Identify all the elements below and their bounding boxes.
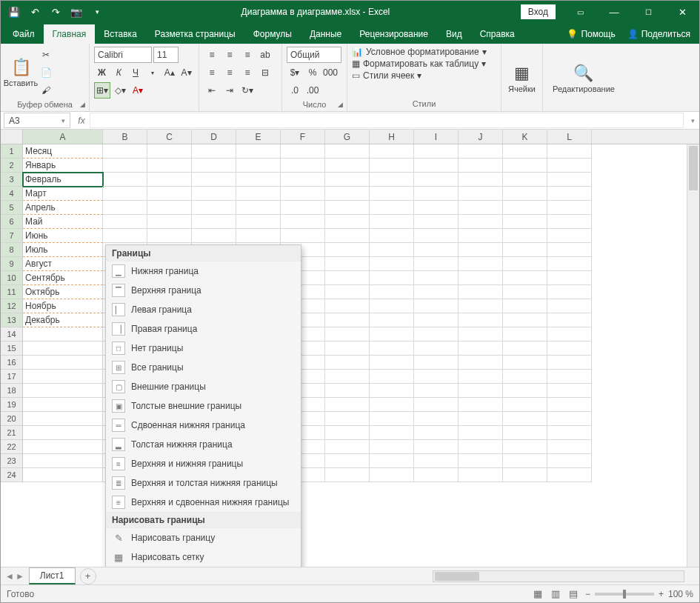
cell[interactable] [459,356,503,370]
cell[interactable] [459,412,503,426]
dd-border-item[interactable]: ▁Нижняя граница [106,261,301,281]
align-center-icon[interactable]: ≡ [221,64,238,81]
cell[interactable] [192,159,236,173]
view-normal-icon[interactable]: ▦ [533,588,542,599]
font-color-icon[interactable]: A▾ [130,82,146,99]
cell[interactable] [414,454,459,468]
col-header-G[interactable]: G [325,130,370,144]
cell[interactable] [325,243,370,257]
cell[interactable] [547,285,592,299]
cell[interactable] [459,370,503,384]
cell[interactable] [503,440,547,454]
name-box[interactable]: A3▾ [4,113,70,128]
cell[interactable] [147,201,192,215]
zoom-in-button[interactable]: + [659,589,664,599]
dd-border-item[interactable]: ⊞Все границы [106,358,301,377]
cell[interactable] [147,229,192,243]
dd-border-item[interactable]: □Нет границы [106,339,301,358]
cell[interactable] [459,187,503,201]
cell[interactable] [459,257,503,271]
col-header-C[interactable]: C [147,130,192,144]
cell[interactable] [325,370,370,384]
row-header[interactable]: 22 [1,440,23,454]
cond-format-button[interactable]: 📊Условное форматирование▾ [352,47,496,57]
col-header-K[interactable]: K [503,130,547,144]
row-header[interactable]: 20 [1,412,23,426]
cell[interactable] [459,384,503,398]
row-header[interactable]: 6 [1,215,23,229]
cell[interactable] [23,356,103,370]
cell[interactable] [414,398,459,412]
share-button[interactable]: 👤Поделиться [621,24,696,44]
col-header-B[interactable]: B [103,130,147,144]
format-painter-icon[interactable]: 🖌 [38,82,54,99]
tab-formulas[interactable]: Формулы [244,24,301,44]
cell[interactable] [414,342,459,356]
cell[interactable] [370,384,414,398]
horizontal-scrollbar[interactable] [433,570,684,582]
cell[interactable] [547,313,592,327]
cell[interactable]: Месяц [23,144,103,159]
cell[interactable] [547,412,592,426]
dd-border-item[interactable]: ▏Левая граница [106,300,301,319]
tab-file[interactable]: Файл [4,24,44,44]
row-header[interactable]: 2 [1,159,23,173]
cell[interactable] [459,243,503,257]
cell[interactable] [414,285,459,299]
cell[interactable] [281,215,325,229]
cell[interactable] [370,313,414,327]
cell[interactable] [147,187,192,201]
redo-icon[interactable]: ↷ [48,4,63,19]
cell[interactable] [503,342,547,356]
cell[interactable] [147,173,192,187]
dd-border-item[interactable]: ▣Толстые внешние границы [106,396,301,416]
qat-more-icon[interactable]: ▾ [90,4,104,19]
cell[interactable] [547,398,592,412]
row-header[interactable]: 8 [1,243,23,257]
cell[interactable] [370,173,414,187]
cell[interactable] [103,173,147,187]
cell[interactable] [414,257,459,271]
cell[interactable] [459,468,503,482]
cell[interactable] [459,173,503,187]
dec-decimal-icon[interactable]: .00 [304,82,321,99]
cell[interactable] [370,257,414,271]
indent-inc-icon[interactable]: ⇥ [221,82,238,99]
clipboard-launcher-icon[interactable]: ◢ [77,99,87,110]
copy-icon[interactable]: 📄 [38,64,54,81]
merge-icon[interactable]: ⊟ [257,64,273,81]
dd-draw-item[interactable]: ✎Нарисовать границу [106,528,301,547]
cell[interactable] [147,144,192,159]
cell[interactable] [23,342,103,356]
cell[interactable] [503,187,547,201]
cell[interactable] [325,201,370,215]
cell[interactable] [147,215,192,229]
cell[interactable] [547,327,592,342]
cell[interactable] [414,299,459,313]
italic-button[interactable]: К [111,64,127,81]
inc-decimal-icon[interactable]: .0 [287,82,303,99]
cell[interactable] [503,173,547,187]
dd-border-item[interactable]: ▂Толстая нижняя граница [106,435,301,454]
cell[interactable] [414,243,459,257]
ribbon-options-icon[interactable]: ▭ [563,1,597,23]
cell[interactable] [103,201,147,215]
row-header[interactable]: 10 [1,271,23,285]
cell[interactable] [23,440,103,454]
cell[interactable] [503,243,547,257]
cell[interactable]: Январь [23,159,103,173]
cell[interactable] [370,187,414,201]
cell[interactable] [414,356,459,370]
cell[interactable] [370,299,414,313]
tab-pagelayout[interactable]: Разметка страницы [146,24,244,44]
cell[interactable] [547,144,592,159]
number-launcher-icon[interactable]: ◢ [335,99,345,110]
add-sheet-button[interactable]: + [80,568,96,584]
percent-icon[interactable]: % [304,64,321,81]
cell[interactable] [370,398,414,412]
grow-font-icon[interactable]: A▴ [161,64,177,81]
row-header[interactable]: 1 [1,144,23,159]
cell[interactable]: Ноябрь [23,299,103,313]
cell[interactable] [459,454,503,468]
cell[interactable] [414,144,459,159]
